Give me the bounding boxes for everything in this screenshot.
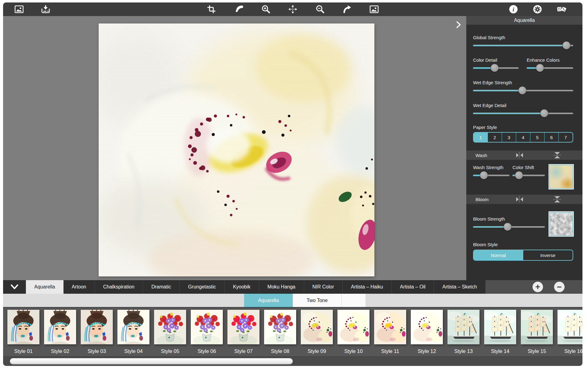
- style-label: Style 09: [308, 348, 326, 354]
- style-item-style-07[interactable]: Style 07: [227, 310, 259, 356]
- sub-tab-aquarella[interactable]: Aquarella: [244, 294, 293, 307]
- slider-knob[interactable]: [480, 171, 488, 179]
- style-label: Style 06: [198, 348, 216, 354]
- export-save-icon[interactable]: [41, 4, 51, 14]
- style-item-style-06[interactable]: Style 06: [191, 310, 223, 356]
- style-item-style-16[interactable]: Style 16: [557, 310, 582, 356]
- flip-vertical-icon[interactable]: [553, 152, 561, 160]
- style-item-style-14[interactable]: Style 14: [484, 310, 516, 356]
- flip-vertical-icon[interactable]: [553, 196, 561, 204]
- tab-artista-oil[interactable]: Artista – Oil: [392, 280, 434, 294]
- tab-grungetastic[interactable]: Grungetastic: [180, 280, 225, 294]
- tab-chalkspiration[interactable]: Chalkspiration: [95, 280, 143, 294]
- style-item-style-11[interactable]: Style 11: [374, 310, 406, 356]
- settings-gear-icon[interactable]: [533, 4, 542, 14]
- color-detail-slider[interactable]: [473, 64, 519, 72]
- style-label: Style 03: [88, 348, 106, 354]
- style-item-style-10[interactable]: Style 10: [337, 310, 370, 356]
- ship-thumb: [447, 310, 480, 344]
- info-icon[interactable]: i: [508, 4, 518, 14]
- style-label: Style 07: [234, 348, 253, 354]
- slider-knob[interactable]: [536, 64, 544, 72]
- bloom-style-option-inverse[interactable]: Inverse: [523, 250, 573, 260]
- crop-icon[interactable]: [206, 4, 216, 14]
- app-window: i: [3, 2, 582, 366]
- global-strength-slider[interactable]: [473, 41, 573, 49]
- paper-style-option-7[interactable]: 7: [559, 133, 573, 142]
- color-shift-slider[interactable]: [512, 171, 545, 179]
- enhance-colors-slider[interactable]: [527, 64, 573, 72]
- sub-tab-bar: AquarellaTwo Tone: [3, 294, 582, 307]
- open-image-icon[interactable]: [14, 4, 24, 14]
- paper-style-option-3[interactable]: 3: [502, 133, 516, 142]
- flip-horizontal-icon[interactable]: [516, 196, 524, 204]
- tab-dramatic[interactable]: Dramatic: [143, 280, 180, 294]
- zoom-in-icon[interactable]: [261, 4, 271, 14]
- style-item-style-03[interactable]: Style 03: [81, 310, 113, 356]
- slider-knob[interactable]: [515, 171, 523, 179]
- wash-texture-preview[interactable]: [549, 165, 573, 189]
- randomize-dice-icon[interactable]: [557, 4, 566, 14]
- slider-knob[interactable]: [540, 109, 548, 117]
- slider-knob[interactable]: [518, 86, 526, 94]
- sub-tab-two-tone[interactable]: Two Tone: [293, 294, 341, 307]
- bouquet-thumb: [154, 310, 186, 344]
- style-item-style-12[interactable]: Style 12: [411, 310, 443, 356]
- bouquet-thumb: [227, 310, 259, 344]
- drawer-toggle-chevron-icon[interactable]: [3, 280, 26, 294]
- compare-original-icon[interactable]: [369, 4, 379, 14]
- style-item-style-05[interactable]: Style 05: [154, 310, 186, 356]
- tab-artista-sketch[interactable]: Artista – Sketch: [434, 280, 485, 294]
- style-item-style-08[interactable]: Style 08: [264, 310, 296, 356]
- svg-text:i: i: [512, 6, 514, 13]
- tab-moku-hanga[interactable]: Moku Hanga: [259, 280, 304, 294]
- style-item-style-13[interactable]: Style 13: [447, 310, 480, 356]
- wet-edge-detail-slider[interactable]: [473, 109, 573, 117]
- scrollbar-thumb[interactable]: [10, 358, 293, 364]
- zoom-out-icon[interactable]: [315, 4, 325, 14]
- portrait-thumb: [117, 310, 149, 344]
- paper-style-option-2[interactable]: 2: [488, 133, 502, 142]
- rotate-icon[interactable]: [234, 4, 243, 14]
- style-label: Style 11: [381, 348, 399, 354]
- style-item-style-02[interactable]: Style 02: [44, 310, 76, 356]
- bloom-style-option-normal[interactable]: Normal: [474, 250, 523, 260]
- category-tab-bar: AquarellaArtoonChalkspirationDramaticGru…: [3, 280, 582, 294]
- flip-horizontal-icon[interactable]: [516, 152, 524, 160]
- tab-aquarella[interactable]: Aquarella: [26, 280, 63, 294]
- style-item-style-04[interactable]: Style 04: [117, 310, 149, 356]
- paper-style-option-1[interactable]: 1: [474, 133, 488, 142]
- redo-icon[interactable]: [342, 4, 352, 14]
- wash-strength-label: Wash Strength: [473, 165, 509, 170]
- style-item-style-09[interactable]: Style 09: [301, 310, 333, 356]
- style-item-style-15[interactable]: Style 15: [521, 310, 553, 356]
- tab-kyoobik[interactable]: Kyoobik: [225, 280, 259, 294]
- remove-preset-button[interactable]: −: [554, 282, 565, 292]
- color-shift-label: Color Shift: [512, 165, 545, 170]
- bloom-texture-preview[interactable]: [549, 212, 573, 236]
- wash-section-title: Wash: [476, 153, 487, 158]
- paper-style-option-4[interactable]: 4: [516, 133, 530, 142]
- style-label: Style 04: [124, 348, 143, 354]
- bloom-strength-slider[interactable]: [473, 223, 545, 231]
- canvas-preview[interactable]: [99, 23, 374, 276]
- slider-knob[interactable]: [562, 41, 570, 49]
- panel-collapse-chevron-icon[interactable]: [455, 20, 462, 29]
- style-label: Style 15: [528, 348, 546, 354]
- tab-nir-color[interactable]: NIR Color: [304, 280, 343, 294]
- tab-artoon[interactable]: Artoon: [63, 280, 95, 294]
- category-tabs: AquarellaArtoonChalkspirationDramaticGru…: [26, 280, 486, 294]
- style-label: Style 14: [491, 348, 509, 354]
- tab-actions: + −: [486, 280, 582, 294]
- paper-style-option-5[interactable]: 5: [530, 133, 545, 142]
- move-icon[interactable]: [288, 4, 298, 14]
- tab-artista-haiku[interactable]: Artista – Haiku: [343, 280, 392, 294]
- paper-style-option-6[interactable]: 6: [545, 133, 559, 142]
- style-item-style-01[interactable]: Style 01: [7, 310, 39, 356]
- style-label: Style 13: [454, 348, 473, 354]
- add-preset-button[interactable]: +: [533, 282, 543, 292]
- slider-knob[interactable]: [504, 223, 512, 231]
- wash-strength-slider[interactable]: [473, 171, 509, 179]
- slider-knob[interactable]: [491, 64, 499, 72]
- wet-edge-strength-slider[interactable]: [473, 86, 573, 94]
